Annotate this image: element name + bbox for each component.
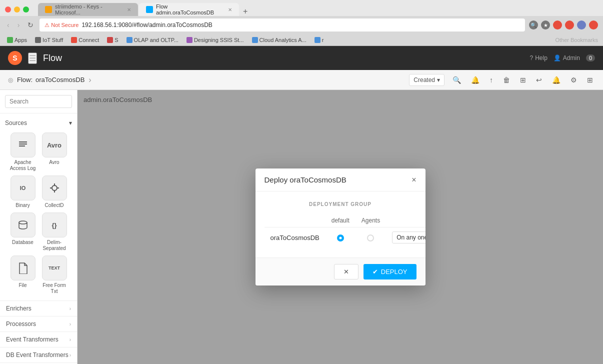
bookmark-connect[interactable]: Connect (69, 36, 101, 44)
undo-action-button[interactable]: ↩ (534, 74, 544, 86)
sources-section: Sources ▾ ApacheAccess Log Avro Avro (0, 114, 77, 300)
deploy-table: default Agents oraToCosmosDB (264, 214, 426, 248)
forward-button[interactable]: › (16, 20, 22, 30)
tab2-icon (146, 6, 153, 13)
freeform-icon: TEXT (42, 256, 67, 280)
bookmark-apps-label: Apps (14, 37, 27, 43)
database-icon (10, 212, 36, 238)
bookmark-icon[interactable]: ★ (541, 20, 550, 30)
node-dropdown-label: On any one node (396, 234, 425, 241)
flow-icon: ◎ (8, 76, 13, 84)
bookmark-iot-label: IoT Stuff (42, 37, 63, 43)
extension2-icon[interactable] (565, 20, 574, 30)
bookmark-r[interactable]: r (312, 36, 326, 44)
hamburger-button[interactable]: ☰ (28, 52, 37, 64)
tab1-close[interactable]: ✕ (127, 7, 131, 12)
breadcrumb-prefix: Flow: (17, 76, 32, 84)
deployment-group-label: DEPLOYMENT GROUP (264, 202, 416, 207)
extension1-icon[interactable] (553, 20, 562, 30)
bookmark-ssis[interactable]: Designing SSIS St... (184, 36, 246, 44)
search-input[interactable] (5, 95, 72, 108)
search-action-button[interactable]: 🔍 (450, 74, 463, 86)
settings-action-button[interactable]: ⚙ (568, 74, 579, 86)
event-transformers-item[interactable]: Event Transformers › (0, 332, 77, 347)
radio-default-button[interactable] (337, 234, 344, 242)
modal-title: Deploy oraToCosmosDB (264, 176, 346, 184)
created-chevron-icon: ▾ (437, 76, 440, 84)
file-item[interactable]: File (9, 256, 36, 294)
sidebar: Sources ▾ ApacheAccess Log Avro Avro (0, 90, 78, 364)
created-dropdown[interactable]: Created ▾ (409, 74, 444, 86)
deploy-check-icon: ✔ (372, 268, 378, 276)
delim-icon: {} (42, 212, 67, 238)
bookmark-cloud[interactable]: Cloud Analytics A... (250, 36, 308, 44)
enrichers-chevron-icon: › (70, 306, 71, 312)
search-icon[interactable]: 🔍 (529, 20, 538, 30)
tab1-label: striimdemo - Keys - Microsof... (55, 4, 124, 16)
other-bookmarks[interactable]: Other Bookmarks (555, 37, 598, 43)
sources-chevron-icon: ▾ (69, 120, 72, 126)
sources-header[interactable]: Sources ▾ (5, 118, 72, 128)
freeform-item[interactable]: TEXT Free FormTxt (40, 256, 68, 294)
tab2-label: Flow admin.oraToCosmosDB (156, 4, 225, 16)
refresh-button[interactable]: ↻ (26, 20, 36, 30)
iot-icon (35, 37, 41, 43)
db-event-transformers-chevron-icon: › (70, 352, 71, 358)
delete-action-button[interactable]: 🗑 (501, 74, 512, 86)
user-icon[interactable] (577, 20, 586, 30)
warning-icon: ⚠ (44, 22, 50, 28)
close-dot[interactable] (5, 6, 11, 12)
enrichers-item[interactable]: Enrichers › (0, 300, 77, 316)
new-tab-button[interactable]: + (240, 7, 250, 16)
back-button[interactable]: ‹ (5, 20, 12, 30)
node-dropdown[interactable]: On any one node ▾ (392, 232, 425, 244)
browser-tab-2[interactable]: Flow admin.oraToCosmosDB ✕ (139, 3, 239, 16)
database-item[interactable]: Database (9, 212, 36, 252)
grid-action-button[interactable]: ⊞ (518, 74, 528, 86)
browser-tab-1[interactable]: striimdemo - Keys - Microsof... ✕ (38, 3, 138, 16)
admin-label: Admin (563, 54, 580, 62)
bell-action-button[interactable]: 🔔 (469, 74, 482, 86)
sidebar-search-container (0, 90, 77, 114)
minimize-dot[interactable] (14, 6, 20, 12)
modal-close-button[interactable]: × (412, 176, 416, 184)
bookmark-apps[interactable]: Apps (5, 36, 29, 44)
bookmark-tfs[interactable]: S (105, 36, 120, 44)
avro-item[interactable]: Avro Avro (40, 132, 68, 172)
cancel-button[interactable]: ✕ (334, 264, 358, 280)
share-action-button[interactable]: ↑ (488, 74, 495, 86)
help-button[interactable]: ? Help (530, 54, 547, 62)
extension3-icon[interactable] (589, 20, 598, 30)
bookmark-iot[interactable]: IoT Stuff (33, 36, 65, 44)
browser-dots (5, 6, 29, 12)
processors-item[interactable]: Processors › (0, 316, 77, 332)
tab1-icon (45, 6, 52, 13)
address-text: 192.168.56.1:9080/#flow/admin.oraToCosmo… (82, 22, 212, 28)
maximize-dot[interactable] (23, 6, 29, 12)
notification-badge[interactable]: 0 (586, 54, 595, 62)
apps-icon (7, 37, 13, 43)
browser-action-icons: 🔍 ★ (529, 20, 598, 30)
db-event-transformers-item[interactable]: DB Event Transformers › (0, 347, 77, 362)
delim-item[interactable]: {} Delim-Separated (40, 212, 68, 252)
binary-item[interactable]: IO Binary (9, 176, 36, 208)
col-agents-header: Agents (356, 214, 386, 228)
app-header: S ☰ Flow ? Help 👤 Admin 0 (0, 46, 603, 70)
deploy-button-label: DEPLOY (381, 268, 408, 276)
not-secure-label: Not Secure (51, 22, 78, 28)
admin-button[interactable]: 👤 Admin (554, 54, 580, 62)
collectd-item[interactable]: CollectD (40, 176, 68, 208)
bookmark-olap[interactable]: OLAP and OLTP... (124, 36, 180, 44)
collectd-icon (42, 176, 67, 200)
tab2-close[interactable]: ✕ (228, 7, 232, 12)
apache-item[interactable]: ApacheAccess Log (9, 132, 36, 172)
sources-grid: ApacheAccess Log Avro Avro IO Binary (5, 128, 72, 298)
alerts-action-button[interactable]: 🔔 (550, 74, 562, 86)
layout-action-button[interactable]: ⊞ (585, 74, 595, 86)
olap-icon (126, 37, 132, 43)
row-name-cell: oraToCosmosDB (264, 228, 326, 248)
deploy-button[interactable]: ✔ DEPLOY (364, 264, 416, 280)
deploy-table-header-row: default Agents (264, 214, 426, 228)
radio-agents-button[interactable] (367, 234, 374, 242)
address-bar[interactable]: ⚠ Not Secure 192.168.56.1:9080/#flow/adm… (40, 18, 525, 32)
